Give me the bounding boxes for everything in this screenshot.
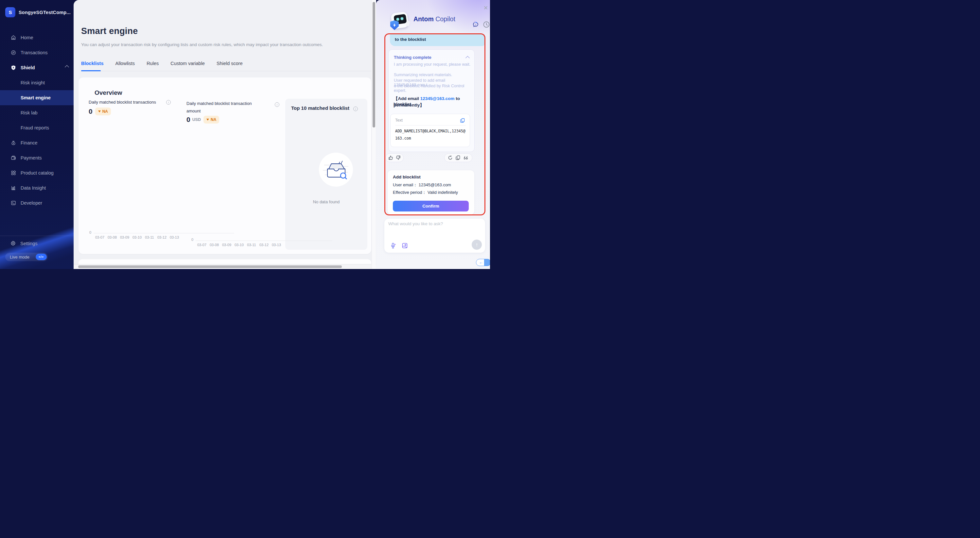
image-upload-icon[interactable] — [402, 243, 408, 249]
copilot-title: Antom Copilot — [414, 15, 455, 23]
home-icon — [11, 35, 16, 41]
finance-icon — [11, 140, 16, 146]
chat-input-card: ↑ — [384, 219, 485, 253]
tab-custom-variable[interactable]: Custom variable — [170, 61, 205, 70]
settings-gear-icon — [11, 241, 16, 247]
sidebar-item-transactions[interactable]: Transactions — [0, 45, 73, 60]
sidebar-item-label: Risk insight — [21, 80, 45, 85]
tab-blocklists[interactable]: Blocklists — [81, 61, 104, 70]
tab-bar: Blocklists Allowlists Rules Custom varia… — [81, 61, 243, 70]
developer-icon — [11, 200, 16, 206]
divider — [395, 125, 466, 125]
panel-collapse-button[interactable]: ← — [476, 259, 490, 266]
metric-value-row: 0 USD NA — [186, 116, 219, 124]
sidebar-item-risk-lab[interactable]: Risk lab — [0, 105, 73, 120]
product-catalog-icon — [11, 170, 16, 176]
message-actions-pill — [444, 153, 473, 162]
code-block: Text ADD_NAMELIST@BLACK,EMAIL,12345@ 163… — [390, 114, 470, 147]
x-axis-line — [196, 241, 332, 241]
user-message-text: to the blocklist — [395, 37, 426, 42]
confirm-card: Add blocklist User email： 12345@163.com … — [388, 170, 474, 215]
send-button[interactable]: ↑ — [472, 240, 482, 250]
tab-shield-score[interactable]: Shield score — [216, 61, 243, 70]
sidebar-item-product-catalog[interactable]: Product catalog — [0, 165, 73, 181]
thumbs-up-icon[interactable] — [388, 155, 393, 160]
code-block-label: Text — [395, 118, 402, 122]
sidebar-item-label: Developer — [21, 200, 42, 206]
code-mode-icon[interactable]: </> — [36, 254, 47, 260]
sidebar-item-home[interactable]: Home — [0, 30, 73, 45]
vertical-scrollbar-thumb[interactable] — [372, 2, 375, 127]
sidebar-item-label: Risk lab — [21, 110, 38, 115]
close-icon[interactable]: ✕ — [484, 5, 488, 11]
merchant-switcher[interactable]: S SongyeSGTestComp... — [5, 7, 71, 17]
quote-icon[interactable] — [464, 155, 469, 160]
sidebar-item-payments[interactable]: Payments — [0, 150, 73, 165]
regenerate-icon[interactable] — [448, 155, 453, 160]
empty-state-illustration — [319, 152, 353, 187]
chevron-up-icon[interactable] — [65, 65, 69, 69]
info-icon[interactable]: i — [166, 100, 171, 105]
thinking-detail: o the blocklist, handled by Risk Control… — [394, 84, 474, 93]
horizontal-scrollbar-thumb[interactable] — [78, 265, 342, 268]
confirm-button[interactable]: Confirm — [393, 201, 469, 211]
thinking-title: Thinking complete — [394, 55, 431, 60]
send-arrow-icon: ↑ — [476, 242, 478, 248]
sidebar-item-finance[interactable]: Finance — [0, 135, 73, 150]
sidebar-item-label: Smart engine — [21, 95, 51, 100]
sidebar-item-label: Finance — [21, 140, 38, 146]
copy-message-icon[interactable] — [456, 155, 461, 160]
info-icon[interactable]: i — [353, 106, 358, 111]
user-message-bubble: to the blocklist — [390, 34, 485, 46]
x-axis-line — [94, 233, 234, 233]
code-line: 163.com — [395, 136, 411, 141]
tab-rules[interactable]: Rules — [146, 61, 159, 70]
collapse-chevron-icon[interactable] — [466, 56, 470, 60]
shield-icon — [11, 65, 16, 71]
sidebar-item-smart-engine[interactable]: Smart engine — [0, 90, 73, 105]
sidebar-item-label: Payments — [21, 155, 41, 160]
sidebar-item-developer[interactable]: Developer — [0, 195, 73, 211]
sidebar-item-risk-insight[interactable]: Risk insight — [0, 75, 73, 90]
input-toolbar — [390, 243, 408, 249]
metric-value-row: 0 NA — [89, 108, 111, 115]
sidebar-item-shield[interactable]: Shield — [0, 60, 73, 75]
chat-input[interactable] — [388, 221, 481, 238]
trend-badge: NA — [204, 116, 219, 124]
live-mode-label: Live mode — [10, 255, 36, 260]
sidebar: S SongyeSGTestComp... Home Transactions — [0, 0, 73, 269]
next-section-card — [78, 259, 371, 264]
answer-line: permanently】 — [393, 102, 424, 108]
trend-down-icon — [207, 119, 209, 121]
top10-title: Top 10 matched blocklist — [291, 105, 349, 111]
empty-state-text: No data found — [285, 199, 368, 204]
microphone-icon[interactable] — [390, 243, 396, 249]
live-mode-toggle[interactable]: Live mode </> — [5, 253, 48, 261]
metric-label: Daily matched blocklist transaction amou… — [186, 100, 260, 115]
new-chat-icon[interactable] — [472, 21, 480, 30]
history-clock-icon[interactable] — [483, 21, 490, 29]
code-line: ADD_NAMELIST@BLACK,EMAIL,12345@ — [395, 129, 466, 133]
copy-icon[interactable] — [460, 118, 465, 124]
metric-unit: USD — [192, 117, 201, 122]
user-email-row: User email： 12345@163.com — [393, 182, 451, 188]
data-insight-icon — [11, 185, 16, 191]
thinking-status: I am processing your request, please wai… — [394, 62, 470, 67]
email-link[interactable]: 12345@163.com — [420, 96, 455, 101]
assistant-message-card: Thinking complete I am processing your r… — [388, 49, 475, 152]
sidebar-item-label: Fraud reports — [21, 125, 49, 130]
metric-value: 0 — [186, 116, 190, 124]
tab-allowlists[interactable]: Allowlists — [116, 61, 135, 70]
trend-down-icon — [98, 111, 101, 113]
sidebar-item-label: Home — [21, 35, 33, 40]
sidebar-item-fraud-reports[interactable]: Fraud reports — [0, 120, 73, 135]
sidebar-item-settings[interactable]: Settings — [0, 236, 73, 251]
thumbs-down-icon[interactable] — [396, 155, 401, 160]
info-icon[interactable]: i — [275, 102, 279, 107]
sidebar-item-label: Transactions — [21, 50, 48, 55]
sidebar-item-data-insight[interactable]: Data Insight — [0, 181, 73, 195]
main-content: Smart engine You can adjust your transac… — [73, 0, 376, 269]
y-axis-tick: 0 — [191, 238, 193, 241]
x-axis-labels: 03-0703-0803-0903-1003-1103-1203-13 — [196, 243, 283, 247]
sidebar-item-label: Data Insight — [21, 185, 46, 190]
